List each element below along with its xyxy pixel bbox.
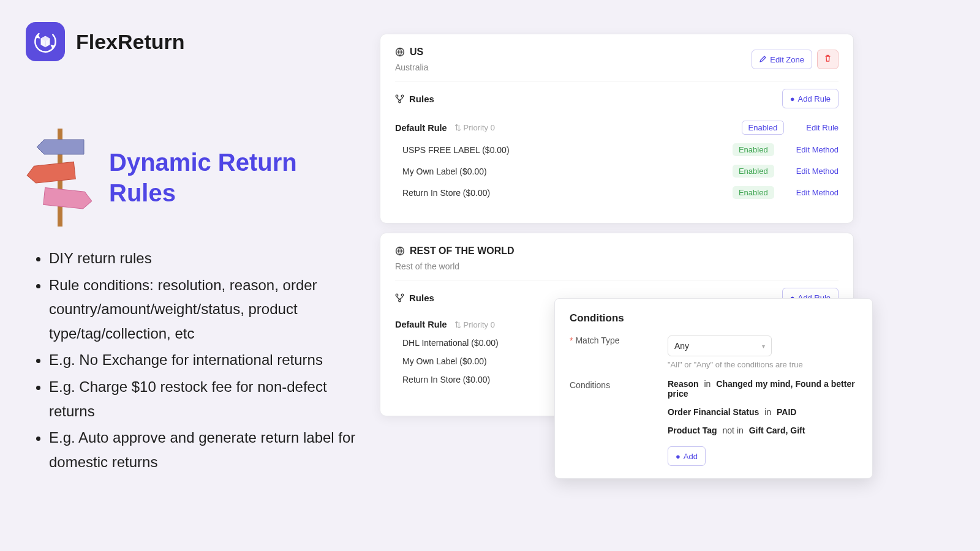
add-rule-label: Add Rule — [798, 94, 831, 103]
svg-point-9 — [399, 299, 401, 302]
method-name: My Own Label ($0.00) — [402, 167, 487, 176]
list-item: DIY return rules — [49, 246, 356, 271]
priority-indicator: ⇅ Priority 0 — [454, 320, 495, 329]
required-star-icon: * — [570, 335, 573, 345]
method-name: DHL International ($0.00) — [402, 338, 499, 348]
add-label: Add — [684, 452, 698, 461]
status-badge: Enabled — [733, 186, 774, 199]
divider — [395, 81, 839, 81]
edit-zone-button[interactable]: Edit Zone — [752, 50, 812, 69]
marketing-left-column: FlexReturn Dynamic Return Rules DIY retu… — [26, 22, 356, 476]
match-type-label: * Match Type — [570, 335, 668, 345]
edit-rule-link[interactable]: Edit Rule — [806, 123, 839, 132]
edit-zone-label: Edit Zone — [770, 55, 804, 64]
plus-circle-icon: ● — [676, 452, 680, 461]
add-condition-button[interactable]: ● Add — [668, 446, 706, 466]
add-rule-button[interactable]: ● Add Rule — [782, 89, 839, 108]
return-box-icon — [33, 29, 58, 54]
status-badge: Enabled — [733, 165, 774, 178]
branch-icon — [395, 293, 404, 302]
edit-method-link[interactable]: Edit Method — [796, 188, 839, 197]
condition-row: Reason in Changed my mind, Found a bette… — [668, 379, 858, 399]
condition-row: Order Financial Status in PAID — [668, 407, 858, 417]
method-name: Return In Store ($0.00) — [402, 375, 490, 384]
globe-icon — [395, 246, 405, 256]
list-item: E.g. Charge $10 restock fee for non-defe… — [49, 375, 356, 423]
method-name: Return In Store ($0.00) — [402, 188, 490, 198]
svg-point-3 — [396, 95, 398, 97]
hero-title: Dynamic Return Rules — [109, 147, 356, 208]
method-name: USPS FREE LABEL ($0.00) — [402, 145, 510, 155]
method-name: My Own Label ($0.00) — [402, 356, 487, 366]
conditions-popover: Conditions * Match Type Any ▾ "All" or "… — [554, 298, 873, 479]
delete-zone-button[interactable] — [817, 50, 839, 69]
plus-circle-icon: ● — [790, 94, 795, 103]
branch-icon — [395, 94, 404, 103]
match-type-hint: "All" or "Any" of the conditions are tru… — [668, 360, 858, 369]
priority-indicator: ⇅ Priority 0 — [454, 123, 495, 132]
brand-name: FlexReturn — [76, 30, 185, 54]
zone-subtitle: Rest of the world — [395, 261, 514, 271]
globe-icon — [395, 47, 405, 57]
brand-row: FlexReturn — [26, 22, 356, 61]
chevron-down-icon: ▾ — [762, 343, 765, 350]
sort-icon: ⇅ — [454, 320, 461, 329]
trash-icon — [824, 54, 832, 64]
list-item: E.g. No Exchange for international retur… — [49, 348, 356, 372]
pencil-icon — [760, 55, 767, 64]
svg-point-5 — [399, 100, 401, 103]
zone-title: REST OF THE WORLD — [410, 246, 514, 257]
zone-subtitle: Australia — [395, 62, 428, 72]
brand-logo — [26, 22, 65, 61]
default-rule-name: Default Rule — [395, 123, 447, 133]
condition-row: Product Tag not in Gift Card, Gift — [668, 425, 858, 435]
svg-point-4 — [401, 95, 404, 97]
divider — [395, 280, 839, 280]
match-type-value: Any — [674, 341, 689, 351]
status-badge: Enabled — [742, 121, 785, 135]
sort-icon: ⇅ — [454, 123, 461, 132]
edit-method-link[interactable]: Edit Method — [796, 167, 839, 176]
popover-title: Conditions — [570, 312, 858, 324]
edit-method-link[interactable]: Edit Method — [796, 145, 839, 154]
list-item: E.g. Auto approve and generate return la… — [49, 425, 356, 474]
zone-title: US — [410, 47, 423, 58]
default-rule-name: Default Rule — [395, 320, 447, 329]
svg-point-7 — [396, 294, 398, 296]
feature-bullet-list: DIY return rules Rule conditions: resolu… — [49, 246, 356, 474]
zone-panel-us: US Australia Edit Zone Rules ● Add Rule — [380, 34, 854, 223]
signpost-illustration — [26, 129, 93, 227]
list-item: Rule conditions: resolution, reason, ord… — [49, 273, 356, 346]
svg-point-8 — [401, 294, 404, 296]
rules-heading: Rules — [409, 293, 434, 303]
conditions-label: Conditions — [570, 380, 668, 390]
status-badge: Enabled — [733, 143, 774, 156]
rules-heading: Rules — [409, 94, 434, 104]
hero-row: Dynamic Return Rules — [26, 129, 356, 227]
match-type-select[interactable]: Any ▾ — [668, 335, 772, 356]
